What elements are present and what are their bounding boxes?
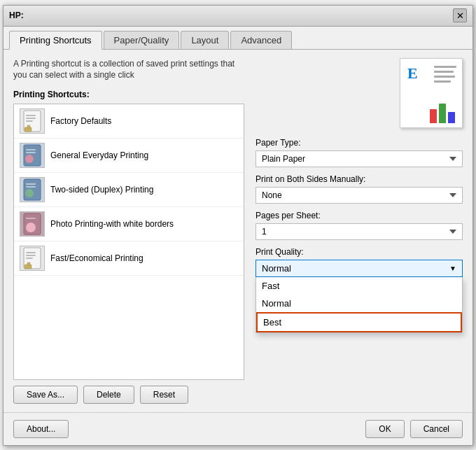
shortcut-name-fast: Fast/Economical Printing bbox=[50, 253, 144, 263]
dialog-bottom-right: OK Cancel bbox=[365, 420, 463, 438]
chart-bar bbox=[439, 104, 446, 123]
delete-button[interactable]: Delete bbox=[83, 386, 134, 404]
close-icon: ✕ bbox=[456, 10, 464, 21]
print-quality-menu: Fast Normal Best bbox=[255, 277, 463, 333]
shortcut-name-everyday: General Everyday Printing bbox=[50, 150, 148, 160]
shortcut-item-duplex[interactable]: Two-sided (Duplex) Printing bbox=[14, 173, 244, 207]
quality-option-best[interactable]: Best bbox=[256, 312, 462, 332]
dropdown-arrow-icon: ▼ bbox=[449, 265, 456, 272]
title-bar-text: HP: bbox=[9, 10, 24, 20]
pages-per-sheet-label: Pages per Sheet: bbox=[255, 211, 463, 220]
shortcut-item-photo[interactable]: Photo Printing-with white borders bbox=[14, 207, 244, 241]
svg-point-9 bbox=[25, 155, 34, 163]
tab-paper-quality[interactable]: Paper/Quality bbox=[104, 31, 180, 49]
tab-advanced[interactable]: Advanced bbox=[230, 31, 292, 49]
svg-rect-8 bbox=[26, 152, 36, 153]
shortcut-name-factory: Factory Defaults bbox=[50, 116, 111, 126]
print-quality-value: Normal bbox=[262, 263, 291, 274]
svg-point-13 bbox=[25, 189, 34, 197]
doc-line-2 bbox=[434, 71, 454, 73]
paper-type-select[interactable]: Plain Paper bbox=[255, 150, 463, 167]
svg-rect-18 bbox=[26, 252, 36, 253]
svg-rect-2 bbox=[26, 118, 36, 119]
tab-bar: Printing Shortcuts Paper/Quality Layout … bbox=[4, 27, 472, 50]
shortcut-item-fast[interactable]: Fast/Economical Printing bbox=[14, 241, 244, 276]
tab-layout[interactable]: Layout bbox=[181, 31, 229, 49]
doc-line-1 bbox=[434, 66, 456, 68]
svg-rect-1 bbox=[26, 115, 36, 116]
doc-chart bbox=[430, 102, 458, 123]
shortcut-icon-fast bbox=[20, 246, 45, 271]
tab-printing-shortcuts[interactable]: Printing Shortcuts bbox=[9, 31, 102, 50]
shortcut-icon-everyday bbox=[20, 143, 45, 168]
description-text: A Printing shortcut is a collection of s… bbox=[13, 58, 244, 82]
document-preview: E bbox=[400, 58, 463, 128]
print-quality-section: Print Quality: Normal ▼ Fast Normal bbox=[255, 247, 463, 277]
left-panel: A Printing shortcut is a collection of s… bbox=[13, 58, 244, 404]
title-bar: HP: ✕ bbox=[4, 6, 472, 27]
dialog-window: HP: ✕ Printing Shortcuts Paper/Quality L… bbox=[3, 5, 473, 446]
reset-button[interactable]: Reset bbox=[140, 386, 188, 404]
preview-area: E bbox=[255, 58, 463, 128]
shortcut-name-photo: Photo Printing-with white borders bbox=[50, 219, 174, 229]
print-quality-label: Print Quality: bbox=[255, 247, 463, 257]
right-panel: E Paper Type: Plain Paper bbox=[255, 58, 463, 404]
shortcut-buttons: Save As... Delete Reset bbox=[13, 386, 244, 404]
chart-bar bbox=[430, 109, 437, 123]
paper-type-label: Paper Type: bbox=[255, 138, 463, 148]
doc-e-letter: E bbox=[407, 64, 418, 83]
paper-type-section: Paper Type: Plain Paper bbox=[255, 138, 463, 167]
chart-bar bbox=[448, 112, 455, 123]
print-both-sides-label: Print on Both Sides Manually: bbox=[255, 174, 463, 184]
dialog-bottom: About... OK Cancel bbox=[4, 412, 472, 445]
svg-rect-20 bbox=[26, 258, 33, 259]
svg-rect-12 bbox=[26, 186, 36, 188]
ok-button[interactable]: OK bbox=[365, 420, 404, 438]
shortcut-name-duplex: Two-sided (Duplex) Printing bbox=[50, 185, 153, 195]
svg-rect-11 bbox=[26, 183, 36, 185]
main-content: A Printing shortcut is a collection of s… bbox=[4, 50, 472, 412]
print-quality-dropdown[interactable]: Normal ▼ Fast Normal Best bbox=[255, 260, 463, 277]
shortcut-icon-photo bbox=[20, 211, 45, 237]
pages-per-sheet-section: Pages per Sheet: 1 bbox=[255, 211, 463, 240]
print-both-sides-select[interactable]: None bbox=[255, 187, 463, 204]
svg-rect-5 bbox=[27, 125, 30, 128]
about-button[interactable]: About... bbox=[13, 420, 69, 438]
save-as-button[interactable]: Save As... bbox=[13, 386, 78, 404]
doc-line-3 bbox=[434, 76, 455, 78]
svg-rect-3 bbox=[26, 120, 33, 122]
quality-option-normal[interactable]: Normal bbox=[256, 295, 462, 312]
close-button[interactable]: ✕ bbox=[453, 8, 467, 22]
shortcuts-heading: Printing Shortcuts: bbox=[13, 90, 244, 99]
doc-line-4 bbox=[434, 80, 451, 83]
svg-point-16 bbox=[26, 223, 36, 232]
shortcut-item-factory[interactable]: Factory Defaults bbox=[14, 104, 244, 139]
print-quality-selected[interactable]: Normal ▼ bbox=[255, 260, 463, 277]
quality-option-fast[interactable]: Fast bbox=[256, 277, 462, 295]
shortcut-icon-duplex bbox=[20, 177, 45, 202]
svg-rect-7 bbox=[26, 149, 36, 150]
svg-rect-10 bbox=[24, 179, 41, 200]
pages-per-sheet-select[interactable]: 1 bbox=[255, 223, 463, 240]
svg-rect-15 bbox=[26, 218, 36, 219]
svg-rect-6 bbox=[24, 145, 41, 166]
svg-rect-19 bbox=[26, 255, 36, 256]
shortcut-item-everyday[interactable]: General Everyday Printing bbox=[14, 139, 244, 173]
svg-rect-22 bbox=[27, 262, 30, 265]
cancel-button[interactable]: Cancel bbox=[410, 420, 463, 438]
print-both-sides-section: Print on Both Sides Manually: None bbox=[255, 174, 463, 204]
shortcut-icon-factory bbox=[20, 108, 45, 134]
shortcuts-list: Factory Defaults General Everyday Printi… bbox=[13, 104, 244, 379]
doc-lines bbox=[434, 66, 456, 83]
